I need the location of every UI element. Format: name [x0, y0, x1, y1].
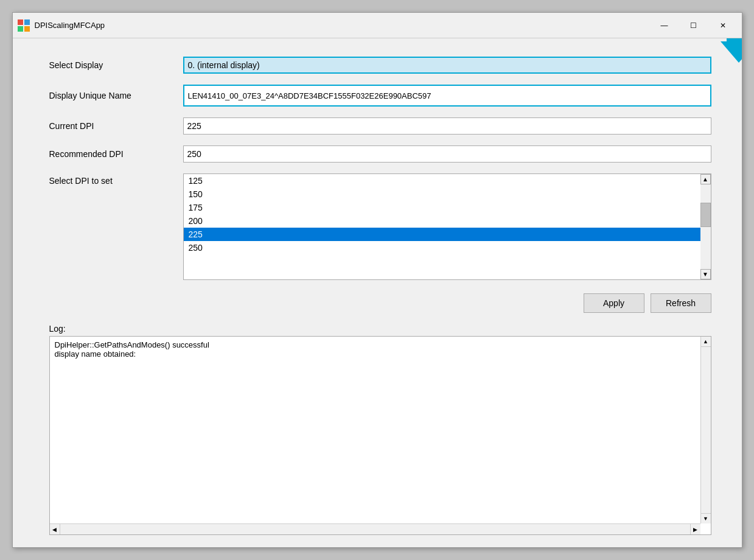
select-display-row: Select Display	[49, 57, 711, 74]
select-dpi-row: Select DPI to set 125 150 175 200 225 25…	[49, 173, 711, 280]
current-dpi-input[interactable]	[183, 117, 711, 135]
log-scroll-left[interactable]: ◀	[50, 524, 60, 535]
recommended-dpi-input[interactable]	[183, 145, 711, 163]
maximize-button[interactable]: ☐	[680, 16, 708, 35]
main-content: Select Display Display Unique Name Curre…	[13, 38, 742, 547]
list-item[interactable]: 175	[184, 201, 700, 214]
log-scroll-right[interactable]: ▶	[690, 524, 700, 535]
current-dpi-row: Current DPI	[49, 117, 711, 135]
dpi-listbox-wrapper: 125 150 175 200 225 250 ▲ ▼	[183, 173, 711, 280]
display-unique-name-input[interactable]	[183, 85, 711, 107]
select-display-input[interactable]	[183, 57, 711, 74]
minimize-button[interactable]: —	[651, 16, 679, 35]
svg-marker-4	[721, 38, 742, 63]
arrow-annotation	[721, 38, 742, 65]
log-section: Log: DpiHelper::GetPathsAndModes() succe…	[49, 324, 711, 535]
log-line-1: DpiHelper::GetPathsAndModes() successful	[55, 340, 694, 349]
recommended-dpi-row: Recommended DPI	[49, 145, 711, 163]
log-label: Log:	[49, 324, 711, 334]
log-line-2: display name obtained:	[55, 349, 694, 359]
list-item[interactable]: 150	[184, 187, 700, 201]
listbox-scroll-up[interactable]: ▲	[700, 174, 711, 184]
list-item-selected[interactable]: 225	[184, 228, 700, 241]
apply-button[interactable]: Apply	[584, 293, 644, 313]
recommended-dpi-label: Recommended DPI	[49, 149, 171, 159]
buttons-row: Apply Refresh	[49, 293, 711, 313]
log-vscrollbar: ▲ ▼	[700, 337, 711, 523]
display-unique-name-label: Display Unique Name	[49, 91, 171, 100]
refresh-button[interactable]: Refresh	[651, 293, 711, 313]
current-dpi-label: Current DPI	[49, 121, 171, 131]
close-button[interactable]: ✕	[709, 16, 737, 35]
list-item[interactable]: 125	[184, 174, 700, 187]
svg-rect-1	[24, 19, 30, 25]
listbox-scrollbar-track	[700, 184, 711, 269]
log-box: DpiHelper::GetPathsAndModes() successful…	[49, 336, 711, 535]
log-scroll-up[interactable]: ▲	[700, 337, 711, 347]
log-content: DpiHelper::GetPathsAndModes() successful…	[55, 340, 706, 531]
display-unique-name-row: Display Unique Name	[49, 85, 711, 107]
svg-rect-2	[18, 26, 23, 32]
window-title: DPIScalingMFCApp	[35, 21, 651, 30]
list-item[interactable]: 250	[184, 241, 700, 254]
select-display-label: Select Display	[49, 60, 171, 70]
window-controls: — ☐ ✕	[651, 16, 737, 35]
listbox-scrollbar-thumb[interactable]	[700, 203, 711, 227]
select-display-wrapper	[183, 57, 711, 74]
listbox-scroll-down[interactable]: ▼	[700, 269, 711, 279]
log-scroll-track	[701, 347, 711, 513]
log-scroll-down[interactable]: ▼	[700, 513, 711, 523]
app-icon	[18, 19, 30, 32]
svg-rect-0	[18, 19, 23, 25]
svg-rect-3	[24, 26, 30, 32]
app-window: DPIScalingMFCApp — ☐ ✕ Select Display	[12, 12, 742, 548]
dpi-listbox[interactable]: 125 150 175 200 225 250	[184, 174, 711, 279]
log-hscrollbar: ◀ ▶	[50, 523, 700, 534]
select-dpi-label: Select DPI to set	[49, 173, 171, 186]
title-bar: DPIScalingMFCApp — ☐ ✕	[13, 13, 742, 38]
list-item[interactable]: 200	[184, 214, 700, 228]
